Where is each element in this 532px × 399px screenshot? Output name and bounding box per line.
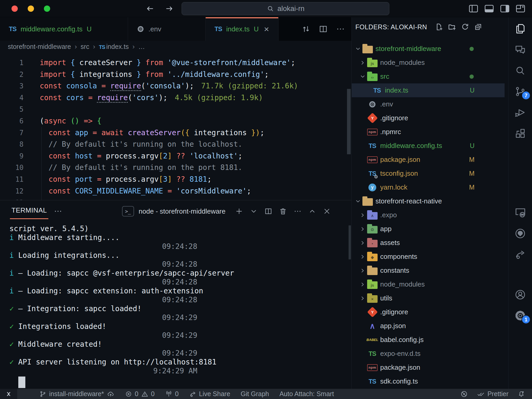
status-item-auto-attach[interactable]: Auto Attach: Smart (279, 390, 334, 398)
remote-indicator[interactable] (0, 389, 17, 399)
more-actions-icon[interactable] (54, 207, 62, 216)
activity-run-debug[interactable] (508, 102, 532, 123)
split-editor-icon[interactable] (319, 24, 328, 34)
activity-source-control[interactable]: 7 (508, 81, 532, 102)
breadcrumb-item[interactable]: TS index.ts (99, 43, 129, 50)
tree-item-yarn.lock[interactable]: yyarn.lockM (352, 180, 505, 194)
chevron-right-icon[interactable] (358, 59, 367, 66)
tree-item-constants[interactable]: constants (352, 264, 505, 277)
toggle-panel-bottom-icon[interactable] (483, 3, 495, 14)
tree-item-node_modules[interactable]: jsnode_modules (352, 277, 505, 291)
close-tab-icon[interactable]: × (264, 25, 269, 33)
status-item-problems[interactable]: 00 (125, 390, 155, 398)
terminal-instance[interactable]: >_node - storefront-middleware (122, 206, 225, 216)
chevron-right-icon[interactable] (358, 253, 367, 260)
maximize-panel-icon[interactable] (308, 207, 316, 215)
new-file-icon[interactable] (435, 22, 443, 31)
more-actions-icon[interactable] (336, 24, 345, 34)
tree-item-tsconfig.json[interactable]: TStsconfig.jsonM (352, 167, 505, 180)
chevron-right-icon[interactable] (358, 281, 367, 288)
status-item-git-branch[interactable]: install-middleware* (39, 390, 114, 398)
activity-remote-explorer[interactable] (508, 202, 532, 223)
chevron-right-icon[interactable] (358, 212, 367, 219)
explorer-header: FOLDERS: ALOKAI-RN (352, 17, 508, 37)
tree-item-components[interactable]: ◆components (352, 250, 505, 264)
tab-middleware.config.ts[interactable]: TSmiddleware.config.tsU (0, 17, 128, 41)
more-actions-icon[interactable] (293, 207, 302, 215)
activity-extensions[interactable] (508, 123, 532, 144)
terminal-scrollbar[interactable] (349, 225, 351, 259)
split-terminal-icon[interactable] (264, 207, 273, 215)
activity-settings[interactable]: 1 (508, 305, 532, 326)
activity-accounts[interactable] (508, 284, 532, 305)
tree-item-node_modules[interactable]: jsnode_modules (352, 56, 505, 70)
macos-minimize-button[interactable] (28, 5, 34, 12)
kill-terminal-icon[interactable] (279, 207, 287, 215)
tree-item-app[interactable]: ⊙app (352, 222, 505, 236)
toggle-panel-left-icon[interactable] (468, 3, 479, 14)
tree-item-package.json[interactable]: npmpackage.json (352, 361, 505, 374)
status-item-git-graph[interactable]: Git Graph (241, 390, 269, 398)
tree-item-app.json[interactable]: ∧app.json (352, 319, 505, 333)
macos-zoom-button[interactable] (44, 5, 50, 12)
activity-explorer[interactable] (508, 18, 532, 39)
command-center-search[interactable]: alokai-rn (182, 2, 389, 15)
customize-layout-icon[interactable] (515, 3, 526, 14)
tree-item-.npmrc[interactable]: npm.npmrc (352, 125, 505, 139)
status-item-screencast-off[interactable] (460, 390, 468, 398)
chevron-down-icon[interactable] (354, 45, 362, 52)
close-panel-icon[interactable] (323, 207, 331, 215)
editor-scrollbar[interactable] (347, 89, 351, 154)
chevron-down-icon[interactable] (354, 198, 362, 205)
open-changes-icon[interactable] (301, 24, 311, 34)
tree-item-expo-env.d.ts[interactable]: TSexpo-env.d.ts (352, 347, 505, 361)
new-terminal-icon[interactable] (235, 207, 243, 215)
new-folder-icon[interactable] (448, 22, 456, 31)
collapse-folders-icon[interactable] (474, 22, 483, 31)
chevron-right-icon[interactable] (358, 267, 367, 274)
breadcrumb-item[interactable]: src (80, 43, 89, 50)
tree-item-src[interactable]: ‹›src (352, 70, 505, 83)
tree-item-babel.config.js[interactable]: BABELbabel.config.js (352, 333, 505, 347)
status-item-live-share[interactable]: Live Share (189, 390, 230, 398)
line-number: 10 (0, 162, 24, 174)
git-icon: Y (367, 307, 378, 317)
ts-file-icon: TS (215, 25, 222, 33)
status-item-ports[interactable]: 0 (165, 390, 179, 398)
code-editor[interactable]: 1import { createServer } from '@vue-stor… (0, 52, 351, 200)
breadcrumb-item[interactable]: storefront-middleware (8, 43, 71, 50)
tree-item-assets[interactable]: ▪assets (352, 236, 505, 250)
tree-item-storefront-middleware[interactable]: storefront-middleware (352, 42, 505, 56)
status-item-prettier[interactable]: Prettier (477, 390, 508, 398)
refresh-explorer-icon[interactable] (461, 22, 470, 31)
tree-item-.gitignore[interactable]: Y.gitignore (352, 111, 505, 125)
chevron-right-icon[interactable] (358, 226, 367, 232)
tree-item-sdk.config.ts[interactable]: TSsdk.config.ts (352, 374, 505, 388)
back-icon[interactable] (145, 4, 155, 13)
chevron-down-icon[interactable] (358, 73, 367, 80)
activity-search[interactable] (508, 60, 532, 81)
tab-.env[interactable]: .env (128, 17, 206, 41)
tree-item-middleware.config.ts[interactable]: TSmiddleware.config.tsU (352, 139, 505, 153)
tree-item-.env[interactable]: .env (352, 97, 505, 111)
tree-item-index.ts[interactable]: TSindex.tsU (352, 83, 505, 97)
chevron-right-icon[interactable] (358, 295, 367, 302)
forward-icon[interactable] (165, 4, 174, 13)
tree-item-.expo[interactable]: ∧.expo (352, 208, 505, 222)
chevron-right-icon[interactable] (358, 240, 367, 246)
macos-close-button[interactable] (11, 5, 18, 12)
tree-item-storefront-react-native[interactable]: storefront-react-native (352, 194, 505, 208)
activity-github[interactable] (508, 223, 532, 244)
terminal-output[interactable]: script ver. 5.4.5)i Middleware starting.… (0, 222, 351, 389)
tree-item-package.json[interactable]: npmpackage.jsonM (352, 153, 505, 167)
toggle-panel-right-icon[interactable] (499, 3, 511, 14)
activity-live-share[interactable] (508, 244, 532, 265)
activity-chat[interactable] (508, 39, 532, 60)
terminal-dropdown-icon[interactable] (250, 207, 258, 215)
tree-item-.gitignore[interactable]: Y.gitignore (352, 305, 505, 319)
terminal-panel-tab[interactable]: TERMINAL (11, 206, 47, 216)
tree-item-utils[interactable]: ×utils (352, 291, 505, 305)
tab-index.ts[interactable]: TSindex.tsU× (206, 17, 279, 41)
breadcrumb-item[interactable]: … (138, 43, 145, 50)
status-item-notifications[interactable] (517, 390, 525, 398)
